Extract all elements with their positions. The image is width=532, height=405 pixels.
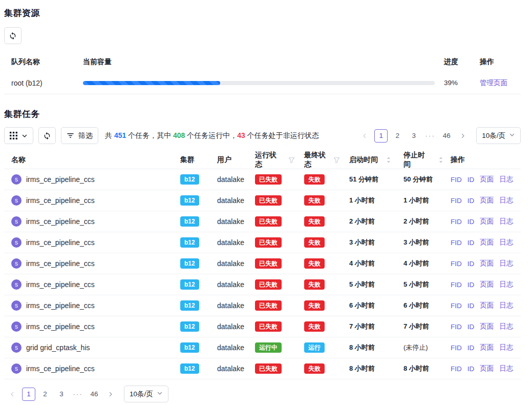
task-user: datalake [209,175,246,184]
chevron-down-icon [22,133,28,139]
page-link[interactable]: 页面 [480,280,494,289]
fid-link[interactable]: FID [451,260,462,268]
id-link[interactable]: ID [467,260,475,268]
next-page-icon[interactable] [456,129,470,143]
id-link[interactable]: ID [467,239,475,247]
pagination-ellipsis[interactable]: ··· [71,388,84,401]
page-link[interactable]: 页面 [480,196,494,205]
id-link[interactable]: ID [467,344,475,352]
fid-link[interactable]: FID [451,302,462,310]
progress-header: 进度 [444,57,473,67]
fid-link[interactable]: FID [451,218,462,226]
task-user: datalake [209,217,246,226]
page: 集群资源 队列名称 当前容量 进度 操作 root (b12) 39% 管理页面… [0,0,532,405]
log-link[interactable]: 日志 [499,238,513,247]
page-link[interactable]: 页面 [480,364,494,373]
task-name[interactable]: irms_ce_pipeline_ccs [26,217,95,226]
task-name[interactable]: irms_ce_pipeline_ccs [26,175,95,184]
cluster-header: 集群 [176,155,209,165]
log-link[interactable]: 日志 [499,301,513,310]
task-name[interactable]: irms_ce_pipeline_ccs [26,301,95,310]
page-button-2[interactable]: 2 [38,388,52,401]
tasks-refresh-button[interactable] [38,127,56,144]
fid-link[interactable]: FID [451,344,462,352]
page-link[interactable]: 页面 [480,238,494,247]
page-link[interactable]: 页面 [480,217,494,226]
log-link[interactable]: 日志 [499,343,513,352]
fid-link[interactable]: FID [451,239,462,247]
prev-page-icon[interactable] [6,388,19,401]
task-name[interactable]: irms_ce_pipeline_ccs [26,196,95,205]
tasks-table: 名称 集群 用户 运行状态 最终状态 启动时间 停止时间 操作 [4,151,521,379]
page-button-3[interactable]: 3 [407,129,420,143]
fid-link[interactable]: FID [451,197,462,205]
sort-icon[interactable] [438,156,443,164]
task-name[interactable]: irms_ce_pipeline_ccs [26,259,95,268]
page-size-value: 10条/页 [130,390,153,399]
id-link[interactable]: ID [467,323,475,331]
page-button-1[interactable]: 1 [22,388,35,401]
stop-time: 5 小时前 [403,280,429,289]
start-time: 3 小时前 [349,238,375,247]
avatar: s [11,258,22,269]
page-link[interactable]: 页面 [480,301,494,310]
next-page-icon[interactable] [104,388,117,401]
task-name[interactable]: irms_ce_pipeline_ccs [26,322,95,331]
page-size-select[interactable]: 10条/页 [124,386,168,402]
fid-link[interactable]: FID [451,323,462,331]
filter-button-label: 筛选 [78,131,93,140]
log-link[interactable]: 日志 [499,196,513,205]
task-name[interactable]: irms_ce_pipeline_ccs [26,364,95,373]
page-button-2[interactable]: 2 [391,129,404,143]
page-button-1[interactable]: 1 [374,129,388,143]
stop-time: 4 小时前 [403,259,429,268]
filter-funnel-icon[interactable] [288,157,295,164]
run-status-badge: 已失败 [255,258,282,269]
log-link[interactable]: 日志 [499,280,513,289]
task-name[interactable]: grid grid_cptask_his [26,343,90,352]
log-link[interactable]: 日志 [499,259,513,268]
page-button-last[interactable]: 46 [440,129,453,143]
page-link[interactable]: 页面 [480,175,494,184]
task-name[interactable]: irms_ce_pipeline_ccs [26,280,95,289]
id-link[interactable]: ID [467,281,475,289]
page-button-3[interactable]: 3 [55,388,68,401]
id-link[interactable]: ID [467,176,475,184]
page-button-last[interactable]: 46 [88,388,101,401]
page-link[interactable]: 页面 [480,259,494,268]
log-link[interactable]: 日志 [499,217,513,226]
final-status-badge: 失败 [304,258,325,269]
log-link[interactable]: 日志 [499,175,513,184]
pagination-ellipsis[interactable]: ··· [423,129,437,143]
id-link[interactable]: ID [467,302,475,310]
filter-funnel-icon[interactable] [333,157,340,164]
avatar: s [11,363,22,374]
id-link[interactable]: ID [467,365,475,373]
fid-link[interactable]: FID [451,281,462,289]
page-link[interactable]: 页面 [480,343,494,352]
final-status-badge: 失败 [304,216,325,227]
id-link[interactable]: ID [467,197,475,205]
prev-page-icon[interactable] [358,129,371,143]
tasks-toolbar: 筛选 共 451 个任务，其中 408 个任务运行中，43 个任务处于非运行状态… [4,127,521,144]
page-link[interactable]: 页面 [480,322,494,331]
task-name[interactable]: irms_ce_pipeline_ccs [26,238,95,247]
task-user: datalake [209,259,246,268]
id-link[interactable]: ID [467,218,475,226]
cluster-badge: b12 [180,300,199,311]
log-link[interactable]: 日志 [499,322,513,331]
fid-link[interactable]: FID [451,176,462,184]
run-status-badge: 已失败 [255,237,282,248]
manage-page-link[interactable]: 管理页面 [480,79,507,87]
fid-link[interactable]: FID [451,365,462,373]
stop-time: 8 小时前 [403,364,429,373]
final-status-badge: 失败 [304,174,325,185]
resources-refresh-button[interactable] [4,27,22,44]
page-size-select[interactable]: 10条/页 [476,127,521,144]
cluster-badge: b12 [180,237,199,248]
log-link[interactable]: 日志 [499,364,513,373]
stop-time: 7 小时前 [403,322,429,331]
layout-switch-button[interactable] [4,127,33,144]
filter-button[interactable]: 筛选 [61,127,98,144]
sort-icon[interactable] [386,156,391,164]
